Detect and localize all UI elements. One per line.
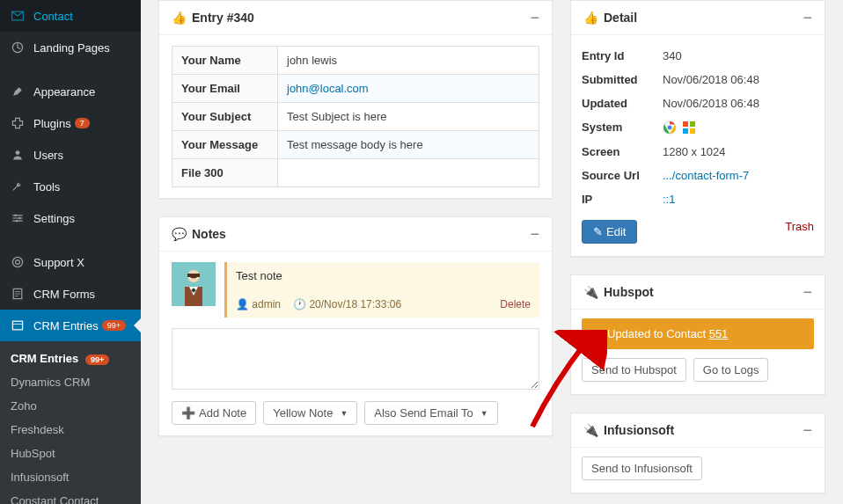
sidebar-item-landing-pages[interactable]: Landing Pages bbox=[0, 32, 141, 63]
note-email-select[interactable]: Also Send Email To▼ bbox=[364, 401, 497, 425]
ip-link[interactable]: ::1 bbox=[663, 193, 675, 206]
entry-title: Entry #340 bbox=[192, 11, 254, 25]
submenu-infusionsoft[interactable]: Infusionsoft bbox=[0, 465, 141, 489]
source-url-link[interactable]: .../contact-form-7 bbox=[663, 169, 749, 182]
sidebar-item-tools[interactable]: Tools bbox=[0, 171, 141, 202]
edit-button[interactable]: ✎Edit bbox=[582, 220, 637, 244]
sidebar-item-label: CRM Entries bbox=[33, 319, 99, 332]
field-label: Your Subject bbox=[172, 103, 278, 131]
go-to-logs-button[interactable]: Go to Logs bbox=[693, 358, 769, 382]
user-icon: 👤 bbox=[236, 298, 249, 310]
collapse-toggle[interactable]: − bbox=[803, 10, 812, 26]
svg-point-6 bbox=[16, 260, 20, 265]
plugin-icon bbox=[9, 114, 26, 132]
field-label: File 300 bbox=[172, 159, 278, 187]
detail-panel: 👍Detail − Entry Id340 SubmittedNov/06/20… bbox=[570, 0, 825, 257]
sidebar-item-appearance[interactable]: Appearance bbox=[0, 76, 141, 107]
detail-label: Source Url bbox=[582, 169, 663, 182]
sidebar-item-crm-entries[interactable]: CRM Entries99+ bbox=[0, 310, 141, 341]
send-to-infusionsoft-button[interactable]: Send to Infusionsoft bbox=[582, 457, 702, 480]
sidebar-item-label: Appearance bbox=[33, 85, 95, 99]
clock-icon: 🕐 bbox=[293, 298, 306, 310]
detail-value: Nov/06/2018 06:48 bbox=[663, 97, 814, 110]
field-label: Your Email bbox=[172, 75, 278, 103]
sidebar-item-label: Users bbox=[33, 149, 63, 162]
notes-panel: 💬Notes − Test note 👤 admin 🕐 20/Nov/18 1… bbox=[158, 216, 553, 436]
infusionsoft-title: Infusionsoft bbox=[604, 423, 674, 437]
note-color-select[interactable]: Yellow Note▼ bbox=[263, 401, 357, 425]
svg-point-16 bbox=[667, 125, 672, 130]
notes-title: Notes bbox=[192, 227, 226, 241]
submenu-hubspot[interactable]: HubSpot bbox=[0, 442, 141, 465]
detail-title: Detail bbox=[604, 11, 637, 25]
collapse-toggle[interactable]: − bbox=[530, 226, 539, 242]
sidebar-item-support-x[interactable]: Support X bbox=[0, 246, 141, 278]
submenu-constant-contact[interactable]: Constant Contact bbox=[0, 489, 141, 504]
sidebar-item-contact[interactable]: Contact bbox=[0, 0, 141, 32]
detail-label: Updated bbox=[582, 97, 663, 110]
note-author: admin bbox=[252, 298, 281, 310]
contact-id-link[interactable]: 551 bbox=[709, 327, 729, 340]
submenu-item-label: CRM Entries bbox=[11, 352, 78, 365]
support-icon bbox=[9, 253, 26, 271]
submenu-badge: 99+ bbox=[85, 354, 109, 365]
trash-link[interactable]: Trash bbox=[785, 220, 814, 233]
infusionsoft-panel: 🔌Infusionsoft − Send to Infusionsoft bbox=[570, 413, 825, 493]
sliders-icon bbox=[9, 209, 26, 227]
wrench-icon bbox=[9, 178, 26, 195]
users-icon bbox=[9, 146, 26, 164]
status-text: Updated to Contact bbox=[607, 327, 706, 340]
note-item: Test note 👤 admin 🕐 20/Nov/18 17:33:06 D… bbox=[172, 262, 539, 318]
note-textarea[interactable] bbox=[172, 328, 539, 390]
detail-label: IP bbox=[582, 193, 663, 206]
plugins-badge: 7 bbox=[75, 118, 90, 128]
windows-icon bbox=[682, 121, 696, 135]
field-value: Test message body is here bbox=[278, 131, 539, 159]
sidebar-item-label: CRM Forms bbox=[33, 288, 95, 301]
svg-point-1 bbox=[16, 150, 20, 155]
collapse-toggle[interactable]: − bbox=[803, 284, 812, 300]
sidebar-item-label: Support X bbox=[33, 256, 84, 269]
field-label: Your Message bbox=[172, 131, 278, 159]
submenu-crm-entries[interactable]: CRM Entries 99+ bbox=[0, 347, 141, 370]
field-value bbox=[278, 159, 539, 187]
plug-icon: 🔌 bbox=[583, 423, 598, 437]
chrome-icon bbox=[663, 121, 677, 135]
email-icon bbox=[9, 7, 26, 25]
sidebar-item-crm-forms[interactable]: CRM Forms bbox=[0, 278, 141, 310]
dashboard-icon bbox=[9, 39, 26, 56]
plus-icon: ➕ bbox=[181, 406, 195, 420]
sidebar-item-label: Tools bbox=[33, 180, 60, 194]
svg-point-4 bbox=[16, 220, 18, 222]
send-to-hubspot-button[interactable]: Send to Hubspot bbox=[582, 358, 686, 382]
form-icon bbox=[9, 285, 26, 303]
detail-value: 1280 x 1024 bbox=[663, 145, 814, 158]
sidebar-item-plugins[interactable]: Plugins7 bbox=[0, 107, 141, 139]
note-delete-link[interactable]: Delete bbox=[500, 298, 531, 310]
email-link[interactable]: john@local.com bbox=[287, 82, 369, 95]
collapse-toggle[interactable]: − bbox=[803, 422, 812, 438]
svg-rect-20 bbox=[690, 128, 695, 134]
svg-rect-19 bbox=[683, 128, 688, 134]
detail-label: System bbox=[582, 121, 663, 135]
svg-rect-17 bbox=[683, 121, 688, 127]
submenu-zoho[interactable]: Zoho bbox=[0, 394, 141, 418]
caret-down-icon: ▼ bbox=[340, 409, 348, 418]
hubspot-status-alert: ✎ Updated to Contact 551 bbox=[582, 318, 814, 349]
submenu-dynamics-crm[interactable]: Dynamics CRM bbox=[0, 370, 141, 394]
entry-panel: 👍Entry #340 − Your Namejohn lewis Your E… bbox=[158, 0, 553, 199]
svg-rect-8 bbox=[12, 321, 22, 330]
brush-icon bbox=[9, 83, 26, 100]
svg-rect-18 bbox=[690, 121, 695, 127]
svg-point-3 bbox=[18, 217, 20, 219]
thumbs-up-icon: 👍 bbox=[583, 11, 598, 25]
crm-entries-submenu: CRM Entries 99+ Dynamics CRM Zoho Freshd… bbox=[0, 341, 141, 504]
submenu-freshdesk[interactable]: Freshdesk bbox=[0, 418, 141, 442]
add-note-button[interactable]: ➕Add Note bbox=[172, 401, 256, 425]
collapse-toggle[interactable]: − bbox=[530, 10, 539, 26]
caret-down-icon: ▼ bbox=[480, 409, 488, 418]
note-text: Test note bbox=[236, 269, 531, 282]
sidebar-item-label: Settings bbox=[33, 212, 75, 225]
sidebar-item-users[interactable]: Users bbox=[0, 139, 141, 171]
sidebar-item-settings[interactable]: Settings bbox=[0, 202, 141, 234]
